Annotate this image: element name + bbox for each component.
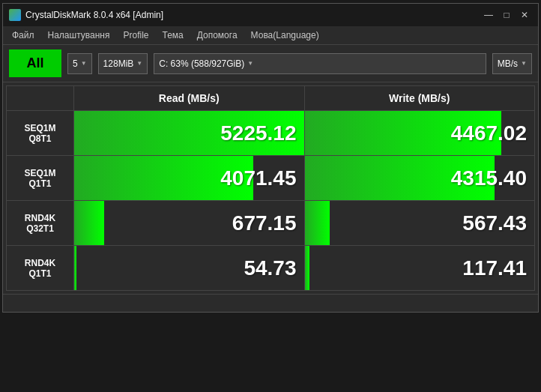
unit-dropdown-arrow: ▼ xyxy=(521,60,527,67)
read-number-0: 5225.12 xyxy=(74,112,304,154)
menu-item-----[interactable]: Тема xyxy=(156,28,189,43)
write-number-0: 4467.02 xyxy=(305,112,535,154)
titlebar-controls: — □ ✕ xyxy=(481,9,532,21)
size-dropdown-arrow: ▼ xyxy=(136,60,142,67)
benchmark-table: Read (MB/s) Write (MB/s) SEQ1MQ8T15225.1… xyxy=(6,85,535,291)
unit-dropdown[interactable]: MB/s ▼ xyxy=(492,53,532,74)
titlebar: CrystalDiskMark 8.0.4 x64 [Admin] — □ ✕ xyxy=(3,4,538,26)
unit-value: MB/s xyxy=(498,58,518,69)
menu-item-profile[interactable]: Profile xyxy=(117,28,154,43)
table-row: RND4KQ32T1677.15567.43 xyxy=(7,201,535,246)
row-label-2: RND4KQ32T1 xyxy=(7,201,74,246)
table-row: SEQ1MQ8T15225.124467.02 xyxy=(7,111,535,156)
write-value-2: 567.43 xyxy=(304,201,535,246)
maximize-button[interactable]: □ xyxy=(499,9,514,21)
read-value-3: 54.73 xyxy=(74,246,305,291)
write-number-3: 117.41 xyxy=(305,247,535,289)
write-value-0: 4467.02 xyxy=(304,111,535,156)
size-value: 128MiB xyxy=(103,58,134,69)
write-number-2: 567.43 xyxy=(305,202,535,244)
titlebar-left: CrystalDiskMark 8.0.4 x64 [Admin] xyxy=(9,9,163,21)
menu-item------language-[interactable]: Мова(Language) xyxy=(245,28,325,43)
write-value-3: 117.41 xyxy=(304,246,535,291)
row-label-1: SEQ1MQ1T1 xyxy=(7,156,74,201)
read-header: Read (MB/s) xyxy=(74,86,305,111)
read-number-1: 4071.45 xyxy=(74,157,304,199)
window-title: CrystalDiskMark 8.0.4 x64 [Admin] xyxy=(25,10,163,20)
count-dropdown-arrow: ▼ xyxy=(81,60,87,67)
write-number-1: 4315.40 xyxy=(305,157,535,199)
menu-item-----[interactable]: Файл xyxy=(6,28,40,43)
menu-item---------[interactable]: Допомога xyxy=(191,28,244,43)
count-dropdown[interactable]: 5 ▼ xyxy=(67,53,92,74)
statusbar xyxy=(3,294,538,312)
benchmark-area: Read (MB/s) Write (MB/s) SEQ1MQ8T15225.1… xyxy=(3,82,538,294)
write-header: Write (MB/s) xyxy=(304,86,535,111)
read-value-2: 677.15 xyxy=(74,201,305,246)
row-label-0: SEQ1MQ8T1 xyxy=(7,111,74,156)
read-value-1: 4071.45 xyxy=(74,156,305,201)
table-row: SEQ1MQ1T14071.454315.40 xyxy=(7,156,535,201)
menu-item-------------[interactable]: Налаштування xyxy=(42,28,116,43)
drive-dropdown-arrow: ▼ xyxy=(247,60,253,67)
close-button[interactable]: ✕ xyxy=(517,9,532,21)
menubar: ФайлНалаштуванняProfileТемаДопомогаМова(… xyxy=(3,26,538,45)
table-row: RND4KQ1T154.73117.41 xyxy=(7,246,535,291)
all-button[interactable]: All xyxy=(9,49,61,77)
drive-dropdown[interactable]: C: 63% (588/927GiB) ▼ xyxy=(154,53,486,74)
minimize-button[interactable]: — xyxy=(481,9,496,21)
app-icon xyxy=(9,9,21,21)
size-dropdown[interactable]: 128MiB ▼ xyxy=(98,53,148,74)
read-number-2: 677.15 xyxy=(74,202,304,244)
toolbar: All 5 ▼ 128MiB ▼ C: 63% (588/927GiB) ▼ M… xyxy=(3,45,538,82)
write-value-1: 4315.40 xyxy=(304,156,535,201)
read-number-3: 54.73 xyxy=(74,247,304,289)
drive-value: C: 63% (588/927GiB) xyxy=(159,58,244,69)
count-value: 5 xyxy=(73,58,78,69)
read-value-0: 5225.12 xyxy=(74,111,305,156)
application-window: CrystalDiskMark 8.0.4 x64 [Admin] — □ ✕ … xyxy=(2,3,539,313)
row-label-3: RND4KQ1T1 xyxy=(7,246,74,291)
